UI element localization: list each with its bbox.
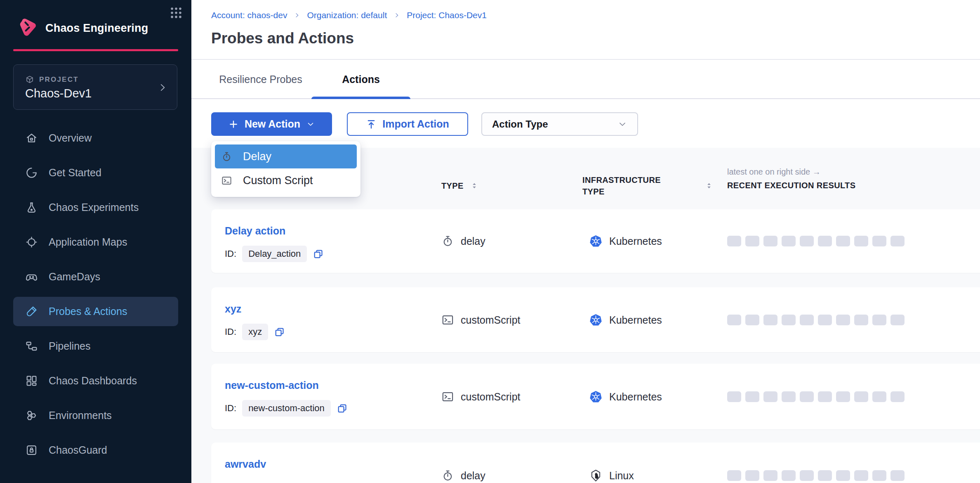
new-action-button[interactable]: New Action — [211, 112, 332, 136]
menu-item-delay[interactable]: Delay — [215, 144, 357, 168]
kubernetes-icon — [589, 390, 603, 403]
kubernetes-icon — [589, 234, 603, 248]
action-id-value: xyz — [242, 324, 268, 340]
project-selector[interactable]: PROJECT Chaos-Dev1 — [13, 64, 177, 110]
dashboards-icon — [25, 374, 38, 387]
sidebar-item-overview[interactable]: Overview — [13, 123, 178, 153]
sidebar-item-gamedays[interactable]: GameDays — [13, 262, 178, 291]
sidebar-item-get-started[interactable]: Get Started — [13, 158, 178, 187]
execution-result-placeholder — [727, 391, 741, 402]
sidebar-item-chaos-dashboards[interactable]: Chaos Dashboards — [13, 366, 178, 395]
execution-result-placeholder — [854, 470, 868, 481]
execution-result-placeholder — [745, 236, 759, 246]
type-value: delay — [461, 470, 485, 482]
action-type-filter[interactable]: Action Type — [481, 112, 638, 136]
active-tab-underline — [311, 97, 410, 99]
new-action-dropdown: DelayCustom Script — [211, 141, 360, 197]
sidebar-item-label: Get Started — [49, 167, 101, 179]
type-value: customScript — [461, 391, 520, 402]
sidebar-item-chaosguard[interactable]: ChaosGuard — [13, 436, 178, 465]
breadcrumb-separator-icon — [393, 12, 400, 19]
execution-result-placeholder — [872, 315, 886, 325]
execution-result-placeholder — [727, 470, 741, 481]
breadcrumb-link[interactable]: Organization: default — [307, 10, 387, 20]
harness-chaos-logo-icon — [15, 16, 39, 40]
page-title: Probes and Actions — [211, 30, 354, 47]
sidebar-item-chaos-experiments[interactable]: Chaos Experiments — [13, 193, 178, 222]
app-grid-icon[interactable] — [169, 6, 183, 20]
menu-item-label: Delay — [243, 150, 271, 163]
sort-icon[interactable] — [704, 181, 714, 191]
copy-icon[interactable] — [274, 327, 285, 338]
action-row: Delay actionID:Delay_actiondelayKubernet… — [211, 209, 980, 273]
id-label: ID: — [225, 403, 236, 414]
test-tube-icon — [25, 305, 38, 318]
infrastructure-value: Linux — [609, 470, 634, 482]
flask-icon — [25, 201, 38, 214]
execution-result-placeholder — [836, 391, 850, 402]
sidebar-item-label: Overview — [49, 132, 92, 144]
infrastructure-value: Kubernetes — [609, 314, 662, 326]
action-id-value: Delay_action — [242, 246, 307, 262]
execution-result-placeholder — [890, 391, 905, 402]
sidebar-item-label: GameDays — [49, 271, 100, 283]
stopwatch-icon — [441, 235, 454, 248]
sidebar-header: Chaos Engineering — [15, 15, 177, 41]
action-name-link[interactable]: new-custom-action — [225, 379, 319, 391]
execution-result-placeholder — [854, 315, 868, 325]
recent-execution-results — [727, 470, 905, 481]
execution-result-placeholder — [763, 391, 777, 402]
sidebar-item-label: Chaos Experiments — [49, 201, 139, 213]
tab-resilience-probes[interactable]: Resilience Probes — [215, 60, 306, 99]
sidebar-item-label: Chaos Dashboards — [49, 375, 137, 387]
lock-shield-icon — [25, 444, 38, 457]
action-name-link[interactable]: awrvadv — [225, 458, 266, 470]
sidebar-item-label: Pipelines — [49, 340, 90, 352]
project-label: PROJECT — [25, 75, 79, 84]
home-icon — [25, 132, 38, 144]
breadcrumb-link[interactable]: Project: Chaos-Dev1 — [407, 10, 487, 20]
import-action-button[interactable]: Import Action — [347, 112, 468, 136]
stopwatch-icon — [441, 469, 454, 482]
breadcrumb: Account: chaos-devOrganization: defaultP… — [211, 10, 487, 20]
infrastructure-cell: Linux — [589, 469, 634, 483]
execution-result-placeholder — [763, 236, 777, 246]
execution-result-placeholder — [745, 391, 759, 402]
sidebar-item-environments[interactable]: Environments — [13, 401, 178, 430]
sidebar-item-application-maps[interactable]: Application Maps — [13, 227, 178, 257]
action-name-link[interactable]: xyz — [225, 303, 241, 315]
action-row: awrvadvdelayLinux — [211, 443, 980, 483]
menu-item-custom-script[interactable]: Custom Script — [215, 168, 357, 192]
execution-result-placeholder — [854, 236, 868, 246]
execution-result-placeholder — [890, 236, 905, 246]
execution-result-placeholder — [763, 315, 777, 325]
tab-actions[interactable]: Actions — [311, 60, 410, 99]
execution-result-placeholder — [890, 470, 905, 481]
sidebar-item-label: ChaosGuard — [49, 444, 107, 456]
import-icon — [366, 119, 377, 130]
plus-icon — [228, 119, 239, 130]
action-name-link[interactable]: Delay action — [225, 225, 285, 237]
id-label: ID: — [225, 249, 236, 259]
copy-icon[interactable] — [337, 403, 348, 414]
type-value: delay — [461, 235, 485, 247]
execution-result-placeholder — [890, 315, 905, 325]
copy-icon[interactable] — [313, 249, 324, 260]
sidebar-accent-divider — [13, 49, 178, 51]
execution-result-placeholder — [818, 315, 832, 325]
execution-result-placeholder — [818, 391, 832, 402]
sidebar-item-probes-actions[interactable]: Probes & Actions — [13, 297, 178, 326]
crosshair-icon — [25, 236, 38, 249]
action-id-line: ID:new-custom-action — [225, 400, 348, 417]
breadcrumb-link[interactable]: Account: chaos-dev — [211, 10, 287, 20]
terminal-icon — [221, 175, 232, 186]
execution-result-placeholder — [800, 470, 814, 481]
infrastructure-cell: Kubernetes — [589, 390, 662, 403]
sidebar-item-pipelines[interactable]: Pipelines — [13, 331, 178, 361]
type-cell: delay — [441, 235, 485, 248]
execution-result-placeholder — [836, 470, 850, 481]
tab-bar: Resilience Probes Actions — [191, 60, 980, 99]
execution-result-placeholder — [854, 391, 868, 402]
execution-result-placeholder — [872, 470, 886, 481]
sort-icon[interactable] — [469, 181, 479, 191]
